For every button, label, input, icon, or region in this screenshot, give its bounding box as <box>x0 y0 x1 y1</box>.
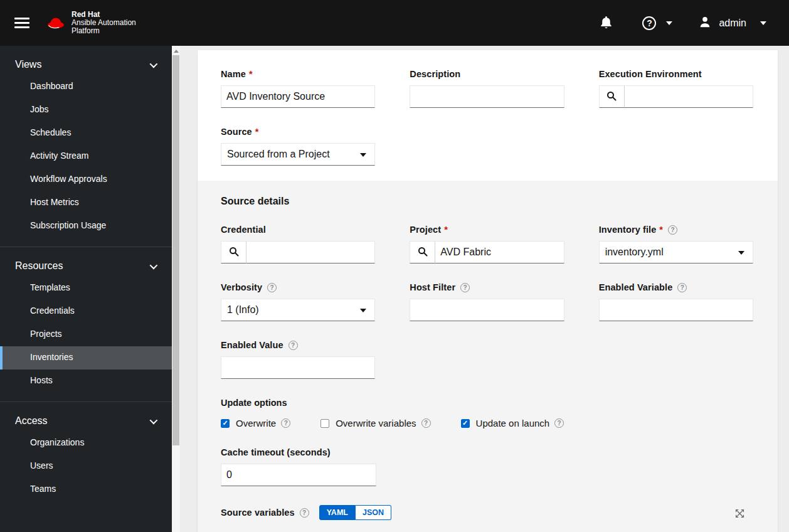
enabled-value-input[interactable] <box>221 356 375 379</box>
enabled-variable-label: Enabled Variable <box>599 282 753 292</box>
update-on-launch-option: Update on launch <box>461 418 564 428</box>
sidebar-item-activity-stream[interactable]: Activity Stream <box>0 145 172 168</box>
chevron-down-icon <box>738 251 744 255</box>
sidebar-item-hosts[interactable]: Hosts <box>0 370 172 393</box>
verbosity-select[interactable]: 1 (Info) <box>221 299 375 321</box>
help-icon[interactable] <box>300 508 309 518</box>
menu-icon[interactable] <box>14 11 40 36</box>
chevron-down-icon <box>666 21 672 25</box>
sidebar-item-subscription-usage[interactable]: Subscription Usage <box>0 215 172 238</box>
sidebar-item-jobs[interactable]: Jobs <box>0 98 172 122</box>
chevron-down-icon <box>150 416 158 424</box>
help-icon[interactable] <box>281 418 290 428</box>
help-icon[interactable] <box>421 418 431 428</box>
username-label: admin <box>719 18 746 29</box>
update-options-title: Update options <box>221 398 753 408</box>
enabled-variable-input[interactable] <box>599 299 753 321</box>
sidebar-item-dashboard[interactable]: Dashboard <box>0 75 172 98</box>
form-top-section: Name* Description Execution Environment <box>198 50 778 181</box>
help-icon[interactable] <box>554 418 564 428</box>
inventory-file-select[interactable]: inventory.yml <box>599 241 753 263</box>
bell-icon <box>600 16 612 31</box>
overwrite-variables-label: Overwrite variables <box>336 418 416 428</box>
execution-environment-search-button[interactable] <box>599 85 625 108</box>
name-label: Name* <box>221 69 375 79</box>
content-scrollbar[interactable] <box>172 46 180 532</box>
credential-search-button[interactable] <box>221 241 246 263</box>
sidebar-header-resources[interactable]: Resources <box>0 255 172 277</box>
name-input[interactable] <box>221 85 375 108</box>
sidebar-header-views[interactable]: Views <box>0 54 172 75</box>
overwrite-checkbox[interactable] <box>221 419 230 428</box>
brand-line3: Platform <box>71 27 136 35</box>
top-navbar: Red Hat Ansible Automation Platform <box>0 0 789 46</box>
help-icon[interactable] <box>289 341 298 350</box>
sidebar-item-schedules[interactable]: Schedules <box>0 122 172 145</box>
help-icon[interactable] <box>677 283 687 292</box>
verbosity-selected-value: 1 (Info) <box>227 304 259 316</box>
sidebar-item-projects[interactable]: Projects <box>0 323 172 346</box>
sidebar-nav: Views Dashboard Jobs Schedules Activity … <box>0 46 172 532</box>
sidebar-item-workflow-approvals[interactable]: Workflow Approvals <box>0 168 172 191</box>
execution-environment-label: Execution Environment <box>599 69 753 79</box>
overwrite-variables-checkbox[interactable] <box>320 419 329 428</box>
update-options-group: Update options Overwrite Overwrite varia… <box>221 398 753 428</box>
source-details-section: Source details Credential <box>198 181 778 532</box>
sidebar-header-access[interactable]: Access <box>0 410 172 432</box>
project-field-group: Project* <box>410 225 564 263</box>
source-label: Source* <box>221 127 375 137</box>
json-toggle-button[interactable]: JSON <box>356 505 391 520</box>
notifications-button[interactable] <box>600 16 612 31</box>
help-menu-button[interactable] <box>642 16 672 30</box>
execution-environment-input[interactable] <box>625 85 753 108</box>
host-filter-input[interactable] <box>410 299 564 321</box>
sidebar-item-host-metrics[interactable]: Host Metrics <box>0 191 172 215</box>
update-on-launch-checkbox[interactable] <box>461 419 470 428</box>
sidebar-item-credentials[interactable]: Credentials <box>0 300 172 323</box>
brand-logo: Red Hat Ansible Automation Platform <box>46 11 136 35</box>
verbosity-label: Verbosity <box>221 282 375 292</box>
credential-field-group: Credential <box>221 225 375 263</box>
name-field-group: Name* <box>221 69 375 108</box>
user-menu-button[interactable]: admin <box>699 16 766 30</box>
expand-editor-button[interactable] <box>733 506 747 523</box>
section-label: Resources <box>15 260 63 272</box>
cache-timeout-label: Cache timeout (seconds) <box>221 447 376 457</box>
yaml-toggle-button[interactable]: YAML <box>319 505 356 520</box>
scrollbar-thumb[interactable] <box>172 55 179 445</box>
cache-timeout-input[interactable] <box>221 464 376 486</box>
sidebar-item-organizations[interactable]: Organizations <box>0 432 172 455</box>
inventory-file-field-group: Inventory file* inventory.yml <box>599 225 753 263</box>
sidebar-item-templates[interactable]: Templates <box>0 277 172 300</box>
description-label: Description <box>410 69 564 79</box>
overwrite-option: Overwrite <box>221 418 290 428</box>
sidebar-section-access: Access Organizations Users Teams <box>0 402 172 510</box>
inventory-file-selected-value: inventory.yml <box>605 247 664 258</box>
enabled-value-field-group: Enabled Value <box>221 340 375 379</box>
help-icon[interactable] <box>267 283 277 292</box>
sidebar-item-users[interactable]: Users <box>0 455 172 478</box>
description-input[interactable] <box>410 85 564 108</box>
overwrite-variables-option: Overwrite variables <box>320 418 430 428</box>
source-select[interactable]: Sourced from a Project <box>221 143 375 166</box>
help-icon[interactable] <box>668 225 677 235</box>
help-icon[interactable] <box>460 283 470 292</box>
update-on-launch-label: Update on launch <box>476 418 550 428</box>
chevron-down-icon <box>150 60 158 68</box>
sidebar-item-inventories[interactable]: Inventories <box>0 346 172 370</box>
search-icon <box>229 247 239 258</box>
scrollbar-up-arrow-icon[interactable] <box>174 50 179 53</box>
project-input[interactable] <box>435 241 564 263</box>
project-label: Project* <box>410 225 564 235</box>
execution-environment-field-group: Execution Environment <box>599 69 753 108</box>
sidebar-section-views: Views Dashboard Jobs Schedules Activity … <box>0 46 172 247</box>
source-variables-label: Source variables <box>221 508 309 518</box>
source-variables-group: Source variables YAML JSON <box>221 505 753 520</box>
project-search-button[interactable] <box>410 241 435 263</box>
chevron-down-icon <box>360 309 366 312</box>
section-label: Access <box>15 415 48 427</box>
inventory-file-label: Inventory file* <box>599 225 753 235</box>
credential-input[interactable] <box>246 241 375 263</box>
sidebar-item-teams[interactable]: Teams <box>0 478 172 501</box>
source-field-group: Source* Sourced from a Project <box>221 127 375 166</box>
